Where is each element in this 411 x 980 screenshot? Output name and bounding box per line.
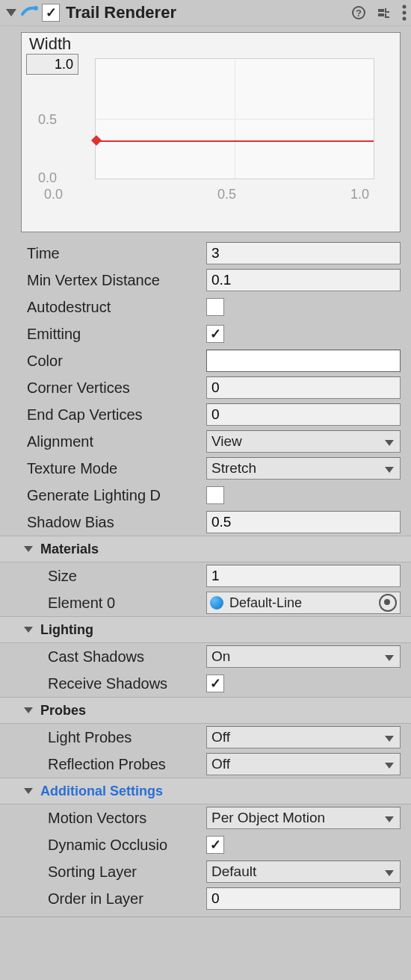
x-tick: 1.0	[350, 187, 369, 202]
materials-size-input[interactable]	[206, 565, 401, 587]
sorting-layer-label: Sorting Layer	[48, 863, 206, 881]
autodestruct-label: Autodestruct	[27, 299, 206, 316]
materials-element-0-value: Default-Line	[228, 595, 376, 611]
cast-shadows-dropdown[interactable]: On	[206, 645, 401, 668]
generate-lighting-data-checkbox[interactable]	[206, 486, 224, 504]
materials-section-toggle[interactable]: Materials	[0, 536, 411, 562]
sorting-layer-value: Default	[211, 863, 256, 880]
motion-vectors-value: Per Object Motion	[211, 810, 325, 826]
alignment-label: Alignment	[27, 433, 206, 450]
alignment-dropdown[interactable]: View	[206, 430, 401, 453]
materials-header: Materials	[40, 542, 99, 557]
min-vertex-distance-label: Min Vertex Distance	[27, 272, 206, 289]
order-in-layer-label: Order in Layer	[48, 890, 206, 908]
texture-mode-dropdown[interactable]: Stretch	[206, 457, 401, 480]
y-tick: 0.5	[38, 112, 57, 128]
curve-plot[interactable]	[95, 58, 374, 179]
min-vertex-distance-input[interactable]	[206, 269, 401, 291]
svg-point-3	[403, 5, 407, 9]
chevron-down-icon	[24, 627, 33, 633]
divider	[0, 917, 411, 917]
chevron-down-icon	[24, 546, 33, 552]
autodestruct-checkbox[interactable]	[206, 298, 224, 316]
sorting-layer-dropdown[interactable]: Default	[206, 860, 401, 883]
shadow-bias-input[interactable]	[206, 511, 401, 533]
cast-shadows-label: Cast Shadows	[48, 648, 206, 666]
material-icon	[210, 596, 223, 610]
svg-text:?: ?	[356, 7, 362, 19]
reflection-probes-value: Off	[211, 756, 230, 772]
generate-lighting-data-label: Generate Lighting D	[27, 487, 206, 504]
color-label: Color	[27, 353, 206, 370]
lighting-header: Lighting	[40, 622, 93, 638]
cast-shadows-value: On	[211, 648, 230, 665]
receive-shadows-label: Receive Shadows	[48, 675, 206, 692]
trail-renderer-icon	[21, 4, 39, 22]
enabled-checkbox[interactable]	[42, 4, 60, 22]
additional-settings-header: Additional Settings	[40, 784, 163, 799]
x-tick: 0.5	[217, 187, 236, 202]
emitting-checkbox[interactable]	[206, 325, 224, 343]
end-cap-vertices-label: End Cap Vertices	[27, 406, 206, 424]
materials-element-0-field[interactable]: Default-Line	[206, 592, 401, 614]
reflection-probes-label: Reflection Probes	[48, 756, 206, 773]
presets-icon[interactable]	[377, 5, 392, 20]
dynamic-occlusion-label: Dynamic Occlusio	[48, 837, 206, 854]
materials-element-0-label: Element 0	[48, 595, 206, 612]
context-menu-icon[interactable]	[402, 4, 407, 21]
light-probes-value: Off	[211, 729, 230, 745]
probes-header: Probes	[40, 703, 86, 719]
chevron-down-icon	[24, 707, 33, 713]
order-in-layer-input[interactable]	[206, 887, 401, 910]
time-input[interactable]	[206, 242, 401, 264]
help-icon[interactable]: ?	[351, 5, 366, 20]
svg-point-4	[403, 11, 407, 15]
width-curve-editor[interactable]: Width 0.5 0.0 0.0 0.5 1.0	[21, 32, 401, 232]
emitting-label: Emitting	[27, 326, 206, 343]
additional-settings-section-toggle[interactable]: Additional Settings	[0, 778, 411, 804]
reflection-probes-dropdown[interactable]: Off	[206, 753, 401, 775]
svg-point-5	[403, 17, 407, 21]
width-value-input[interactable]	[26, 54, 78, 75]
svg-point-0	[34, 6, 38, 10]
alignment-value: View	[211, 433, 242, 450]
lighting-section-toggle[interactable]: Lighting	[0, 616, 411, 643]
end-cap-vertices-input[interactable]	[206, 403, 401, 426]
object-picker-icon[interactable]	[379, 594, 397, 612]
texture-mode-label: Texture Mode	[27, 460, 206, 477]
time-label: Time	[27, 245, 206, 262]
x-tick: 0.0	[44, 187, 63, 202]
component-title: Trail Renderer	[66, 3, 351, 22]
shadow-bias-label: Shadow Bias	[27, 514, 206, 531]
motion-vectors-label: Motion Vectors	[48, 810, 206, 827]
light-probes-dropdown[interactable]: Off	[206, 726, 401, 748]
foldout-toggle-icon[interactable]	[6, 9, 16, 16]
corner-vertices-label: Corner Vertices	[27, 379, 206, 397]
curve-title: Width	[22, 33, 400, 54]
corner-vertices-input[interactable]	[206, 376, 401, 399]
motion-vectors-dropdown[interactable]: Per Object Motion	[206, 807, 401, 829]
component-header: Trail Renderer ?	[0, 0, 411, 26]
curve-line	[96, 140, 374, 142]
texture-mode-value: Stretch	[211, 460, 256, 477]
probes-section-toggle[interactable]: Probes	[0, 697, 411, 724]
receive-shadows-checkbox[interactable]	[206, 674, 224, 692]
color-field[interactable]	[206, 350, 401, 372]
y-tick: 0.0	[38, 170, 57, 186]
dynamic-occlusion-checkbox[interactable]	[206, 836, 224, 854]
materials-size-label: Size	[48, 568, 206, 585]
chevron-down-icon	[24, 788, 33, 794]
light-probes-label: Light Probes	[48, 729, 206, 746]
curve-key[interactable]	[91, 135, 102, 146]
